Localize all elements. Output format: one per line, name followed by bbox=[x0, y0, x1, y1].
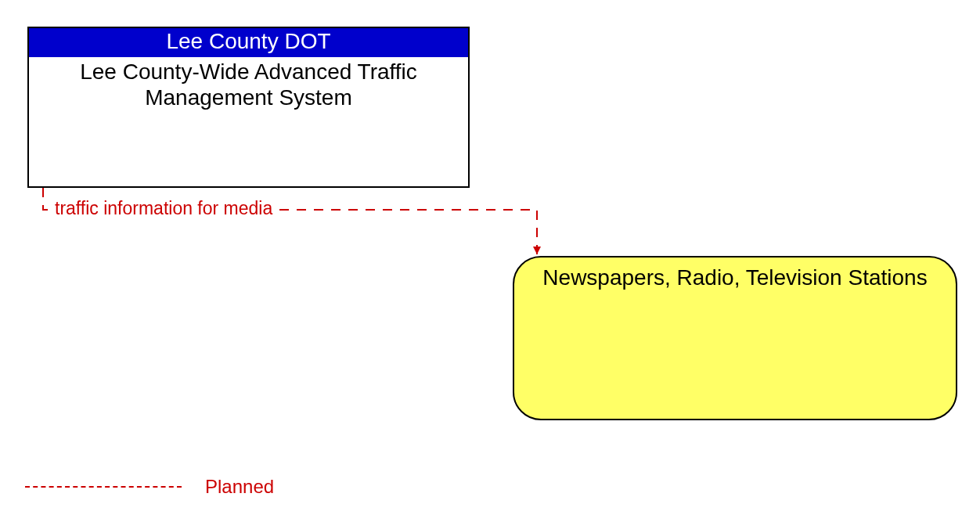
flow-label: traffic information for media bbox=[53, 198, 274, 219]
legend-planned-label: Planned bbox=[205, 476, 274, 498]
entity-source-box: Lee County DOT Lee County-Wide Advanced … bbox=[27, 27, 470, 188]
entity-source-owner: Lee County DOT bbox=[29, 28, 468, 57]
entity-target-name: Newspapers, Radio, Television Stations bbox=[542, 265, 927, 290]
entity-source-name: Lee County-Wide Advanced Traffic Managem… bbox=[29, 57, 468, 113]
entity-target-box: Newspapers, Radio, Television Stations bbox=[513, 256, 957, 420]
legend-planned-line bbox=[25, 486, 182, 488]
legend: Planned bbox=[25, 476, 274, 498]
